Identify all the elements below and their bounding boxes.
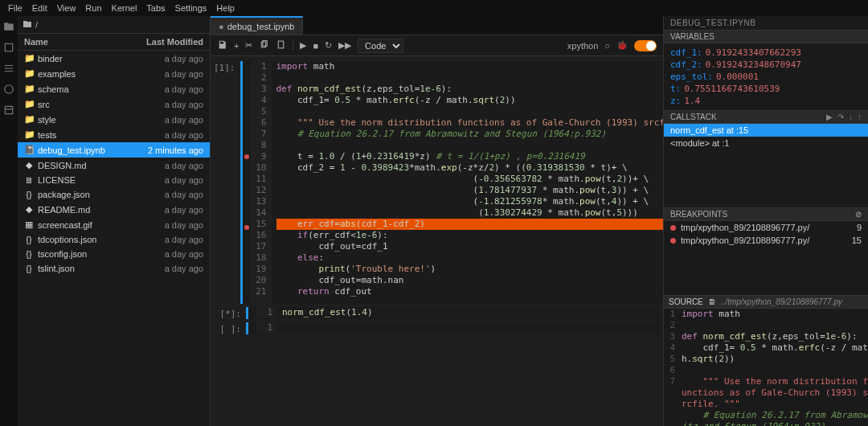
commands-icon[interactable] <box>3 63 14 76</box>
step-out-icon[interactable]: ↑ <box>858 113 862 121</box>
menu-tabs[interactable]: Tabs <box>141 2 170 14</box>
kernel-name[interactable]: xpython <box>567 41 599 51</box>
add-cell-icon[interactable]: + <box>234 41 239 51</box>
folder-icon[interactable] <box>3 21 14 34</box>
menu-run[interactable]: Run <box>80 2 106 14</box>
file-row[interactable]: 📓debug_test.ipynb2 minutes ago <box>18 142 210 158</box>
cell-type-select[interactable]: Code <box>358 39 403 53</box>
save-icon[interactable] <box>217 39 227 51</box>
bug-icon[interactable]: 🐞 <box>616 40 628 51</box>
nb-icon: 📓 <box>24 145 34 155</box>
tab-debug-test[interactable]: ● debug_test.ipynb <box>211 16 303 35</box>
folder-icon <box>23 19 32 31</box>
folder-icon: 📁 <box>24 53 34 63</box>
breakpoint-row[interactable]: tmp/xpython_89/2108896777.py/9 <box>664 221 868 234</box>
step-over-icon[interactable]: ↷ <box>837 113 844 121</box>
source-view: 1234567 import math def norm_cdf_est(z,e… <box>664 309 868 426</box>
file-row[interactable]: 📁testsa day ago <box>18 127 210 142</box>
clear-breakpoints-icon[interactable]: ⊘ <box>855 210 862 219</box>
activity-rail <box>0 16 18 426</box>
variable-row[interactable]: cdf_2:0.9192432348670947 <box>670 59 862 71</box>
md-icon: ◆ <box>24 204 34 215</box>
file-row[interactable]: 📁schemaa day ago <box>18 81 210 96</box>
continue-icon[interactable]: ▶ <box>826 113 833 121</box>
menu-edit[interactable]: Edit <box>27 2 52 14</box>
variable-row[interactable]: cdf_1:0.9192433407662293 <box>670 47 862 59</box>
file-row[interactable]: {}tslint.jsona day ago <box>18 261 210 276</box>
callstack-list: norm_cdf_est at :15<module> at :1 <box>664 124 868 150</box>
kernel-status-icon: ○ <box>604 41 610 51</box>
source-header: SOURCE 🗎 ../tmp/xpython_89/2108896777.py <box>664 295 868 309</box>
paste-icon[interactable] <box>276 39 286 51</box>
file-row[interactable]: ◆DESIGN.mda day ago <box>18 158 210 173</box>
file-row[interactable]: ◆README.mda day ago <box>18 202 210 217</box>
menu-bar: FileEditViewRunKernelTabsSettingsHelp <box>0 0 868 16</box>
menu-file[interactable]: File <box>3 2 27 14</box>
restart-icon[interactable]: ↻ <box>325 40 332 51</box>
copy-icon[interactable] <box>259 39 269 51</box>
txt-icon: 🗎 <box>24 175 34 185</box>
file-row[interactable]: 🗎LICENSEa day ago <box>18 173 210 187</box>
folder-icon: 📁 <box>24 68 34 79</box>
folder-icon: 📁 <box>24 129 34 140</box>
stack-frame[interactable]: <module> at :1 <box>664 137 868 150</box>
file-icon: 🗎 <box>708 297 716 306</box>
debugger-panel: DEBUG_TEST.IPYNB VARIABLES cdf_1:0.91924… <box>663 16 868 426</box>
file-row[interactable]: 📁examplesa day ago <box>18 66 210 81</box>
file-row[interactable]: {}tsconfig.jsona day ago <box>18 247 210 261</box>
file-row[interactable]: {}tdcoptions.jsona day ago <box>18 232 210 247</box>
folder-icon: 📁 <box>24 84 34 94</box>
file-row[interactable]: ▦screencast.gifa day ago <box>18 217 210 232</box>
variables-list: cdf_1:0.9192433407662293cdf_2:0.91924323… <box>664 43 868 110</box>
json-icon: {} <box>24 190 34 199</box>
variables-header[interactable]: VARIABLES <box>664 30 868 43</box>
restart-run-icon[interactable]: ▶▶ <box>338 40 351 51</box>
json-icon: {} <box>24 235 34 244</box>
menu-kernel[interactable]: Kernel <box>107 2 142 14</box>
tabs-icon[interactable] <box>3 104 14 117</box>
breakpoint-row[interactable]: tmp/xpython_89/2108896777.py/15 <box>664 234 868 247</box>
cell[interactable]: [*]:1norm_cdf_est(1.4) <box>214 307 660 319</box>
variable-row[interactable]: t:0.7551166743610539 <box>670 83 862 95</box>
cell[interactable]: [1]:123456789101112131415161718192021imp… <box>214 61 660 304</box>
menu-settings[interactable]: Settings <box>170 2 212 14</box>
svg-rect-4 <box>279 41 285 48</box>
json-icon: {} <box>24 264 34 273</box>
folder-icon: 📁 <box>24 114 34 125</box>
run-icon[interactable]: ▶ <box>300 40 306 51</box>
file-row[interactable]: 📁bindera day ago <box>18 51 210 66</box>
stop-icon[interactable]: ■ <box>313 41 318 51</box>
cell-prompt: [*]: <box>214 307 246 319</box>
variable-row[interactable]: z:1.4 <box>670 95 862 107</box>
md-icon: ◆ <box>24 160 34 170</box>
file-row[interactable]: 📁stylea day ago <box>18 112 210 127</box>
breakpoints-header[interactable]: BREAKPOINTS ⊘ <box>664 207 868 221</box>
file-browser: / Name Last Modified 📁bindera day ago📁ex… <box>18 16 211 426</box>
svg-rect-3 <box>263 41 267 47</box>
menu-view[interactable]: View <box>52 2 81 14</box>
menu-help[interactable]: Help <box>211 2 240 14</box>
breadcrumb[interactable]: / <box>18 16 210 34</box>
file-row[interactable]: {}package.jsona day ago <box>18 187 210 202</box>
breakpoints-list: tmp/xpython_89/2108896777.py/9tmp/xpytho… <box>664 221 868 247</box>
file-row[interactable]: 📁srca day ago <box>18 96 210 112</box>
img-icon: ▦ <box>24 219 34 230</box>
tab-bar: ● debug_test.ipynb <box>211 16 663 35</box>
json-icon: {} <box>24 249 34 259</box>
cell-prompt: [1]: <box>214 61 240 304</box>
callstack-header[interactable]: CALLSTACK ▶ ↷ ↓ ↑ <box>664 110 868 124</box>
file-list: 📁bindera day ago📁examplesa day ago📁schem… <box>18 51 210 426</box>
step-in-icon[interactable]: ↓ <box>849 113 853 121</box>
stack-frame[interactable]: norm_cdf_est at :15 <box>664 124 868 137</box>
svg-rect-0 <box>5 43 12 51</box>
cut-icon[interactable]: ✂ <box>245 40 252 51</box>
running-icon[interactable] <box>3 42 14 55</box>
debugger-toggle[interactable] <box>634 40 657 51</box>
breakpoint-dot-icon <box>670 238 676 244</box>
breakpoint-dot-icon <box>670 225 676 231</box>
cell[interactable]: [ ]:1 <box>214 322 660 334</box>
variable-row[interactable]: eps_tol:0.000001 <box>670 71 862 83</box>
debug-file-title: DEBUG_TEST.IPYNB <box>664 16 868 30</box>
file-list-header: Name Last Modified <box>18 34 210 51</box>
modules-icon[interactable] <box>3 84 14 96</box>
